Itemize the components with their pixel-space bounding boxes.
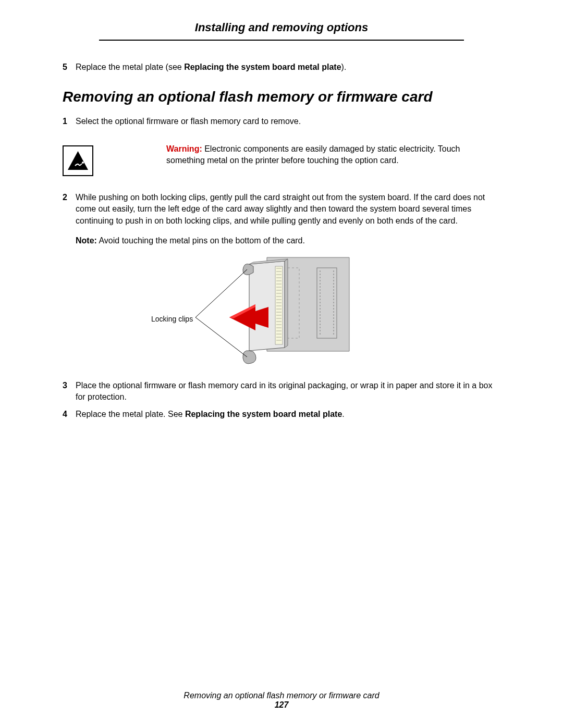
warning-body: Electronic components are easily damaged… bbox=[166, 144, 460, 165]
note-label: Note: bbox=[76, 236, 97, 245]
step-body: While pushing on both locking clips, gen… bbox=[76, 192, 500, 227]
step-number: 1 bbox=[63, 116, 76, 127]
step-body: Select the optional firmware or flash me… bbox=[76, 116, 500, 127]
step-number: 5 bbox=[63, 61, 76, 73]
step-1: 1 Select the optional firmware or flash … bbox=[63, 116, 500, 127]
warning-text: Warning: Electronic components are easil… bbox=[119, 143, 500, 167]
figure-label: Locking clips bbox=[151, 315, 193, 323]
figure: Locking clips bbox=[172, 255, 391, 372]
note-body: Avoid touching the metal pins on the bot… bbox=[99, 236, 305, 245]
esd-triangle-icon bbox=[66, 149, 90, 172]
header-title: Installing and removing options bbox=[31, 21, 532, 34]
warning-label: Warning: bbox=[166, 144, 202, 153]
step-2: 2 While pushing on both locking clips, g… bbox=[63, 192, 500, 227]
cross-reference: Replacing the system board metal plate bbox=[185, 410, 342, 418]
step-3: 3 Place the optional firmware or flash m… bbox=[63, 380, 500, 403]
svg-marker-9 bbox=[285, 259, 288, 348]
note-block: Note: Avoid touching the metal pins on t… bbox=[76, 236, 500, 245]
text: Replace the metal plate. See bbox=[76, 410, 185, 418]
section-title: Removing an optional flash memory or fir… bbox=[63, 89, 500, 105]
text: . bbox=[342, 410, 344, 418]
cross-reference: Replacing the system board metal plate bbox=[184, 63, 341, 71]
svg-line-38 bbox=[195, 317, 247, 357]
svg-point-1 bbox=[82, 162, 84, 164]
page-number: 127 bbox=[0, 700, 563, 710]
step-number: 2 bbox=[63, 192, 76, 203]
footer-title: Removing an optional flash memory or fir… bbox=[0, 691, 563, 700]
footer: Removing an optional flash memory or fir… bbox=[0, 691, 563, 710]
step-number: 3 bbox=[63, 380, 76, 391]
svg-line-37 bbox=[195, 269, 247, 317]
card-removal-illustration bbox=[172, 255, 391, 372]
warning-block: Warning: Electronic components are easil… bbox=[63, 143, 500, 176]
step-4: 4 Replace the metal plate. See Replacing… bbox=[63, 409, 500, 420]
step-body: Replace the metal plate. See Replacing t… bbox=[76, 409, 500, 420]
text: Replace the metal plate (see bbox=[76, 63, 184, 71]
header-rule bbox=[99, 40, 464, 41]
step-body: Replace the metal plate (see Replacing t… bbox=[76, 61, 500, 73]
step-body: Place the optional firmware or flash mem… bbox=[76, 380, 500, 403]
page: Installing and removing options 5 Replac… bbox=[0, 0, 563, 728]
svg-marker-0 bbox=[68, 151, 88, 170]
esd-icon bbox=[63, 145, 93, 176]
intro-step-5: 5 Replace the metal plate (see Replacing… bbox=[63, 61, 500, 73]
step-number: 4 bbox=[63, 409, 76, 420]
text: ). bbox=[341, 63, 347, 71]
